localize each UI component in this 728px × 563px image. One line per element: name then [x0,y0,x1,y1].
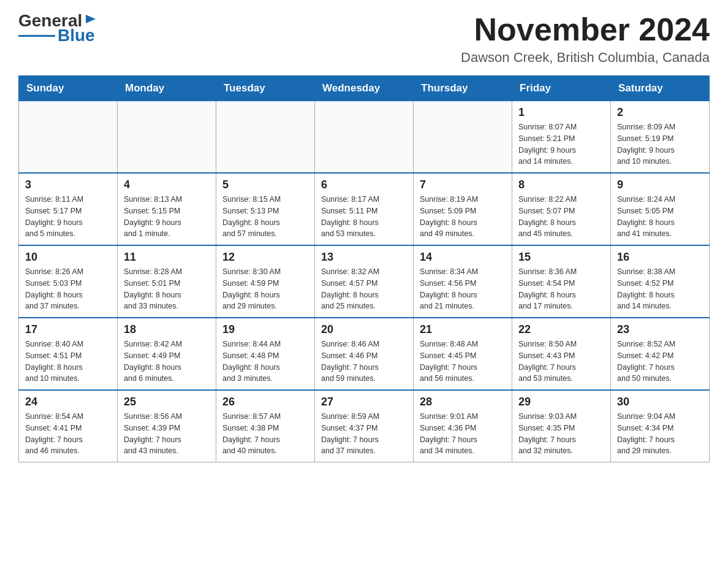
calendar-cell: 17Sunrise: 8:40 AM Sunset: 4:51 PM Dayli… [19,318,118,390]
calendar-cell [414,101,512,174]
calendar-cell: 9Sunrise: 8:24 AM Sunset: 5:05 PM Daylig… [611,173,710,245]
weekday-header-row: SundayMondayTuesdayWednesdayThursdayFrid… [19,76,710,101]
weekday-header-sunday: Sunday [19,76,118,101]
weekday-header-saturday: Saturday [611,76,710,101]
weekday-header-wednesday: Wednesday [315,76,414,101]
day-info: Sunrise: 8:13 AM Sunset: 5:15 PM Dayligh… [124,194,210,240]
day-info: Sunrise: 8:40 AM Sunset: 4:51 PM Dayligh… [25,339,111,385]
calendar-cell: 10Sunrise: 8:26 AM Sunset: 5:03 PM Dayli… [19,245,118,318]
calendar-cell: 6Sunrise: 8:17 AM Sunset: 5:11 PM Daylig… [315,173,414,245]
day-number: 9 [617,178,703,191]
month-title: November 2024 [461,12,710,47]
day-info: Sunrise: 8:28 AM Sunset: 5:01 PM Dayligh… [124,266,210,312]
calendar-cell: 28Sunrise: 9:01 AM Sunset: 4:36 PM Dayli… [414,390,512,462]
day-number: 28 [420,396,506,408]
day-number: 18 [124,323,210,336]
calendar-cell: 23Sunrise: 8:52 AM Sunset: 4:42 PM Dayli… [611,318,710,390]
day-info: Sunrise: 8:17 AM Sunset: 5:11 PM Dayligh… [321,194,407,240]
calendar-week-row: 17Sunrise: 8:40 AM Sunset: 4:51 PM Dayli… [19,318,710,390]
calendar-cell: 14Sunrise: 8:34 AM Sunset: 4:56 PM Dayli… [414,245,512,318]
day-number: 21 [420,323,506,336]
calendar-table: SundayMondayTuesdayWednesdayThursdayFrid… [18,75,710,462]
day-number: 8 [518,178,604,191]
day-number: 3 [25,178,111,191]
day-info: Sunrise: 8:44 AM Sunset: 4:48 PM Dayligh… [222,339,308,385]
calendar-cell: 1Sunrise: 8:07 AM Sunset: 5:21 PM Daylig… [512,101,611,174]
day-number: 17 [25,323,111,336]
weekday-header-friday: Friday [512,76,611,101]
day-info: Sunrise: 8:32 AM Sunset: 4:57 PM Dayligh… [321,266,407,312]
day-info: Sunrise: 8:36 AM Sunset: 4:54 PM Dayligh… [518,266,604,312]
calendar-cell: 16Sunrise: 8:38 AM Sunset: 4:52 PM Dayli… [611,245,710,318]
calendar-week-row: 3Sunrise: 8:11 AM Sunset: 5:17 PM Daylig… [19,173,710,245]
day-number: 24 [25,396,111,408]
day-number: 27 [321,396,407,408]
calendar-week-row: 1Sunrise: 8:07 AM Sunset: 5:21 PM Daylig… [19,101,710,174]
day-info: Sunrise: 8:11 AM Sunset: 5:17 PM Dayligh… [25,194,111,240]
day-number: 14 [420,251,506,264]
day-number: 25 [124,396,210,408]
day-number: 12 [222,251,308,264]
day-info: Sunrise: 8:57 AM Sunset: 4:38 PM Dayligh… [222,411,308,457]
day-info: Sunrise: 8:59 AM Sunset: 4:37 PM Dayligh… [321,411,407,457]
day-info: Sunrise: 8:15 AM Sunset: 5:13 PM Dayligh… [222,194,308,240]
day-number: 30 [617,396,703,408]
day-number: 7 [420,178,506,191]
logo: General Blue [18,12,97,44]
day-info: Sunrise: 8:07 AM Sunset: 5:21 PM Dayligh… [518,121,604,167]
day-info: Sunrise: 8:52 AM Sunset: 4:42 PM Dayligh… [617,339,703,385]
calendar-cell: 2Sunrise: 8:09 AM Sunset: 5:19 PM Daylig… [611,101,710,174]
weekday-header-thursday: Thursday [414,76,512,101]
calendar-cell: 24Sunrise: 8:54 AM Sunset: 4:41 PM Dayli… [19,390,118,462]
day-info: Sunrise: 8:46 AM Sunset: 4:46 PM Dayligh… [321,339,407,385]
calendar-cell: 4Sunrise: 8:13 AM Sunset: 5:15 PM Daylig… [118,173,216,245]
day-info: Sunrise: 8:54 AM Sunset: 4:41 PM Dayligh… [25,411,111,457]
day-info: Sunrise: 8:24 AM Sunset: 5:05 PM Dayligh… [617,194,703,240]
calendar-cell: 22Sunrise: 8:50 AM Sunset: 4:43 PM Dayli… [512,318,611,390]
calendar-cell: 26Sunrise: 8:57 AM Sunset: 4:38 PM Dayli… [216,390,315,462]
day-number: 5 [222,178,308,191]
day-info: Sunrise: 8:56 AM Sunset: 4:39 PM Dayligh… [124,411,210,457]
day-number: 13 [321,251,407,264]
calendar-cell: 5Sunrise: 8:15 AM Sunset: 5:13 PM Daylig… [216,173,315,245]
calendar-cell: 19Sunrise: 8:44 AM Sunset: 4:48 PM Dayli… [216,318,315,390]
day-info: Sunrise: 8:42 AM Sunset: 4:49 PM Dayligh… [124,339,210,385]
calendar-cell: 11Sunrise: 8:28 AM Sunset: 5:01 PM Dayli… [118,245,216,318]
day-number: 19 [222,323,308,336]
calendar-cell: 7Sunrise: 8:19 AM Sunset: 5:09 PM Daylig… [414,173,512,245]
day-number: 11 [124,251,210,264]
day-number: 15 [518,251,604,264]
calendar-cell [118,101,216,174]
calendar-cell: 20Sunrise: 8:46 AM Sunset: 4:46 PM Dayli… [315,318,414,390]
day-number: 16 [617,251,703,264]
calendar-cell: 3Sunrise: 8:11 AM Sunset: 5:17 PM Daylig… [19,173,118,245]
day-number: 1 [518,106,604,119]
logo-triangle-icon [83,13,97,25]
calendar-cell [216,101,315,174]
day-info: Sunrise: 8:22 AM Sunset: 5:07 PM Dayligh… [518,194,604,240]
day-info: Sunrise: 9:03 AM Sunset: 4:35 PM Dayligh… [518,411,604,457]
calendar-cell: 8Sunrise: 8:22 AM Sunset: 5:07 PM Daylig… [512,173,611,245]
svg-marker-0 [86,15,96,23]
title-area: November 2024 Dawson Creek, British Colu… [461,12,710,66]
day-info: Sunrise: 9:01 AM Sunset: 4:36 PM Dayligh… [420,411,506,457]
calendar-cell [315,101,414,174]
calendar-week-row: 24Sunrise: 8:54 AM Sunset: 4:41 PM Dayli… [19,390,710,462]
calendar-cell: 12Sunrise: 8:30 AM Sunset: 4:59 PM Dayli… [216,245,315,318]
day-number: 22 [518,323,604,336]
calendar-cell: 15Sunrise: 8:36 AM Sunset: 4:54 PM Dayli… [512,245,611,318]
day-number: 20 [321,323,407,336]
day-info: Sunrise: 8:34 AM Sunset: 4:56 PM Dayligh… [420,266,506,312]
calendar-cell: 25Sunrise: 8:56 AM Sunset: 4:39 PM Dayli… [118,390,216,462]
day-number: 4 [124,178,210,191]
day-info: Sunrise: 8:30 AM Sunset: 4:59 PM Dayligh… [222,266,308,312]
day-number: 2 [617,106,703,119]
day-info: Sunrise: 8:50 AM Sunset: 4:43 PM Dayligh… [518,339,604,385]
day-number: 10 [25,251,111,264]
calendar-cell: 27Sunrise: 8:59 AM Sunset: 4:37 PM Dayli… [315,390,414,462]
day-info: Sunrise: 8:26 AM Sunset: 5:03 PM Dayligh… [25,266,111,312]
day-info: Sunrise: 8:48 AM Sunset: 4:45 PM Dayligh… [420,339,506,385]
day-number: 23 [617,323,703,336]
logo-underline [18,35,55,37]
weekday-header-monday: Monday [118,76,216,101]
